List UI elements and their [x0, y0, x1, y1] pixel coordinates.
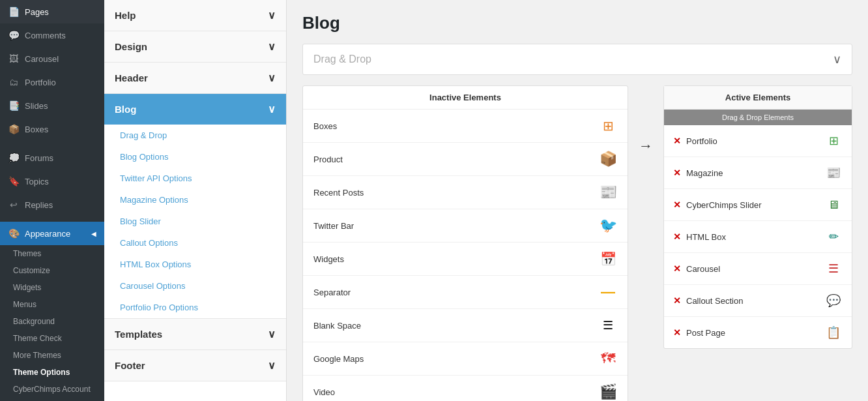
sidebar-item-topics[interactable]: 🔖 Topics: [0, 170, 104, 193]
accordion-header-design[interactable]: Design ∨: [104, 31, 286, 62]
element-row-boxes[interactable]: Boxes ⊞: [303, 110, 628, 143]
active-row-callout[interactable]: ✕ Callout Section 💬: [664, 285, 852, 317]
recent-posts-element-icon: 📰: [599, 183, 617, 201]
accordion-header-footer[interactable]: Footer ∨: [104, 350, 286, 381]
more-label: More: [0, 398, 104, 401]
sidebar-item-slides[interactable]: 📑 Slides: [0, 94, 104, 117]
sidebar-item-appearance[interactable]: 🎨 Appearance ◀: [0, 222, 104, 245]
active-row-callout-left: ✕ Callout Section: [673, 295, 743, 306]
remove-htmlbox-button[interactable]: ✕: [673, 231, 681, 242]
element-row-google-maps[interactable]: Google Maps 🗺: [303, 342, 628, 376]
chevron-design: ∨: [268, 40, 276, 53]
sidebar-subitem-themes[interactable]: Themes: [0, 245, 104, 262]
inactive-elements-box: Inactive Elements Boxes ⊞ Product 📦 Rece…: [302, 85, 628, 401]
link-carousel-options[interactable]: Carousel Options: [104, 275, 286, 297]
active-row-magazine-left: ✕ Magazine: [673, 168, 723, 178]
accordion-templates: Templates ∨: [104, 319, 286, 350]
active-row-magazine[interactable]: ✕ Magazine 📰: [664, 157, 852, 189]
active-row-carousel[interactable]: ✕ Carousel ☰: [664, 253, 852, 285]
google-maps-element-icon: 🗺: [599, 349, 617, 368]
active-row-html-box[interactable]: ✕ HTML Box ✏: [664, 221, 852, 253]
comments-icon: 💬: [8, 29, 20, 41]
remove-magazine-button[interactable]: ✕: [673, 168, 681, 178]
chevron-help: ∨: [268, 9, 276, 22]
widgets-element-icon: 📅: [599, 250, 617, 268]
sidebar-subitem-cyberchimps-account[interactable]: CyberChimps Account: [0, 381, 104, 398]
elements-container: Inactive Elements Boxes ⊞ Product 📦 Rece…: [302, 85, 852, 401]
element-row-widgets[interactable]: Widgets 📅: [303, 243, 628, 276]
postpage-active-icon: 📋: [824, 323, 843, 342]
arrow-separator: →: [628, 85, 663, 155]
remove-portfolio-button[interactable]: ✕: [673, 136, 681, 146]
sidebar-subitem-more-themes[interactable]: More Themes: [0, 347, 104, 364]
video-element-icon: 🎬: [599, 383, 617, 401]
link-blog-options[interactable]: Blog Options: [104, 146, 286, 168]
remove-postpage-button[interactable]: ✕: [673, 327, 681, 338]
accordion-design: Design ∨: [104, 31, 286, 63]
accordion-header-header[interactable]: Header ∨: [104, 63, 286, 93]
sidebar-item-portfolio[interactable]: 🗂 Portfolio: [0, 70, 104, 94]
link-magazine-options[interactable]: Magazine Options: [104, 189, 286, 211]
element-row-twitter-bar[interactable]: Twitter Bar 🐦: [303, 209, 628, 243]
middle-panel: Help ∨ Design ∨ Header ∨ Blog ∨ Drag & D…: [104, 0, 287, 401]
sidebar-item-replies[interactable]: ↩ Replies: [0, 193, 104, 216]
remove-carousel-button[interactable]: ✕: [673, 263, 681, 274]
link-blog-slider[interactable]: Blog Slider: [104, 211, 286, 232]
link-callout-options[interactable]: Callout Options: [104, 232, 286, 254]
htmlbox-active-icon: ✏: [824, 228, 843, 246]
element-row-blank-space[interactable]: Blank Space ☰: [303, 309, 628, 342]
carousel-active-icon: ☰: [824, 260, 843, 278]
link-portfolio-pro[interactable]: Portfolio Pro Options: [104, 297, 286, 318]
link-drag-drop[interactable]: Drag & Drop: [104, 125, 286, 146]
accordion-blog: Blog ∨ Drag & Drop Blog Options Twitter …: [104, 94, 286, 319]
accordion-header-section: Header ∨: [104, 63, 286, 94]
chevron-footer: ∨: [268, 359, 276, 372]
appearance-icon: 🎨: [8, 228, 20, 239]
remove-slider-button[interactable]: ✕: [673, 200, 681, 210]
sidebar-subitem-menus[interactable]: Menus: [0, 296, 104, 313]
active-row-slider-left: ✕ CyberChimps Slider: [673, 200, 762, 210]
slides-icon: 📑: [8, 100, 20, 111]
element-row-video[interactable]: Video 🎬: [303, 376, 628, 401]
dnd-header[interactable]: Drag & Drop ∨: [302, 44, 852, 75]
sidebar-item-pages[interactable]: 📄 Pages: [0, 0, 104, 23]
sidebar-item-boxes[interactable]: 📦 Boxes: [0, 117, 104, 141]
product-element-icon: 📦: [599, 150, 617, 168]
page-title: Blog: [302, 13, 852, 33]
dnd-chevron-icon: ∨: [833, 52, 841, 67]
element-row-separator[interactable]: Separator —: [303, 276, 628, 309]
link-html-box-options[interactable]: HTML Box Options: [104, 254, 286, 275]
chevron-header: ∨: [268, 72, 276, 84]
forums-icon: 💭: [8, 152, 20, 164]
accordion-header-blog[interactable]: Blog ∨: [104, 94, 286, 125]
appearance-arrow: ◀: [91, 230, 96, 237]
element-row-product[interactable]: Product 📦: [303, 143, 628, 176]
topics-icon: 🔖: [8, 175, 20, 187]
sidebar-subitem-theme-check[interactable]: Theme Check: [0, 330, 104, 347]
sidebar-subitem-theme-options[interactable]: Theme Options: [0, 364, 104, 381]
active-elements-box: Active Elements Drag & Drop Elements ✕ P…: [663, 85, 852, 349]
active-row-portfolio-left: ✕ Portfolio: [673, 136, 717, 146]
sidebar-subitem-customize[interactable]: Customize: [0, 262, 104, 279]
active-row-htmlbox-left: ✕ HTML Box: [673, 231, 726, 242]
sidebar-item-comments[interactable]: 💬 Comments: [0, 23, 104, 47]
blank-space-element-icon: ☰: [599, 316, 617, 334]
boxes-icon: 📦: [8, 123, 20, 135]
replies-icon: ↩: [8, 199, 20, 211]
sidebar-subitem-background[interactable]: Background: [0, 313, 104, 330]
separator-element-icon: —: [599, 283, 617, 301]
active-row-cyberchimps-slider[interactable]: ✕ CyberChimps Slider 🖥: [664, 189, 852, 221]
sidebar-item-forums[interactable]: 💭 Forums: [0, 146, 104, 170]
accordion-header-help[interactable]: Help ∨: [104, 0, 286, 31]
remove-callout-button[interactable]: ✕: [673, 295, 681, 306]
slider-active-icon: 🖥: [824, 196, 843, 214]
link-twitter-api[interactable]: Twitter API Options: [104, 168, 286, 189]
accordion-header-templates[interactable]: Templates ∨: [104, 319, 286, 349]
sidebar-subitem-widgets[interactable]: Widgets: [0, 279, 104, 296]
boxes-element-icon: ⊞: [599, 117, 617, 135]
element-row-recent-posts[interactable]: Recent Posts 📰: [303, 176, 628, 209]
sidebar-item-carousel[interactable]: 🖼 Carousel: [0, 47, 104, 70]
portfolio-active-icon: ⊞: [824, 132, 843, 150]
active-row-portfolio[interactable]: ✕ Portfolio ⊞: [664, 125, 852, 157]
active-row-post-page[interactable]: ✕ Post Page 📋: [664, 317, 852, 348]
